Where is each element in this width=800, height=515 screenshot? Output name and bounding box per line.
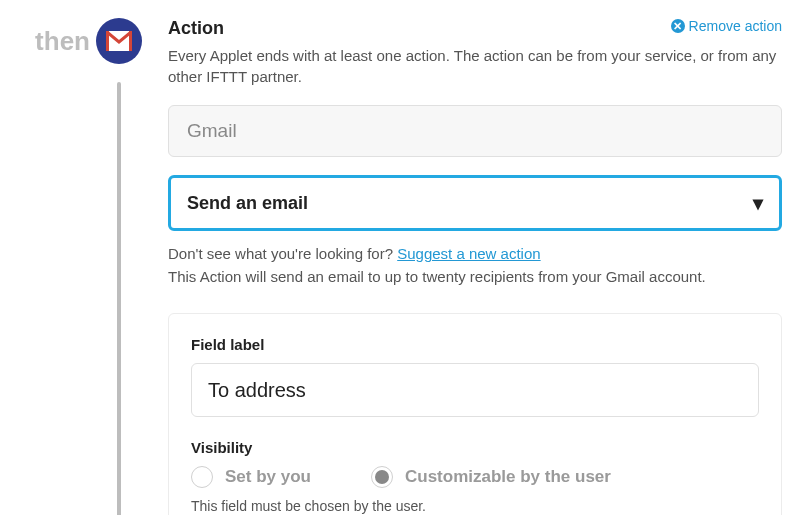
action-description: This Action will send an email to up to … (168, 268, 782, 285)
visibility-heading: Visibility (191, 439, 759, 456)
field-label-input[interactable] (191, 363, 759, 417)
radio-icon (191, 466, 213, 488)
chevron-down-icon: ▾ (753, 191, 763, 215)
suggest-row: Don't see what you're looking for? Sugge… (168, 245, 782, 262)
radio-icon (371, 466, 393, 488)
service-input[interactable] (168, 105, 782, 157)
radio-label: Set by you (225, 467, 311, 487)
section-header: Action ✕ Remove action (168, 18, 782, 39)
visibility-set-by-you[interactable]: Set by you (191, 466, 311, 488)
field-label-heading: Field label (191, 336, 759, 353)
gmail-icon (106, 31, 132, 51)
main-column: Action ✕ Remove action Every Applet ends… (150, 18, 800, 515)
action-select[interactable]: Send an email ▾ (168, 175, 782, 231)
field-card: Field label Visibility Set by you Custom… (168, 313, 782, 515)
radio-label: Customizable by the user (405, 467, 611, 487)
page-root: then Action ✕ Remove action Every Applet… (0, 0, 800, 515)
section-description: Every Applet ends with at least one acti… (168, 45, 782, 87)
visibility-help: This field must be chosen by the user. (191, 498, 759, 514)
suggest-action-link[interactable]: Suggest a new action (397, 245, 540, 262)
remove-action-link[interactable]: ✕ Remove action (671, 18, 782, 34)
svg-rect-1 (106, 31, 109, 51)
rail-row: then (35, 18, 142, 64)
suggest-prefix: Don't see what you're looking for? (168, 245, 397, 262)
action-select-value: Send an email (187, 193, 308, 214)
visibility-customizable[interactable]: Customizable by the user (371, 466, 611, 488)
step-label: then (35, 26, 90, 57)
service-badge[interactable] (96, 18, 142, 64)
step-rail: then (0, 18, 150, 64)
remove-action-label: Remove action (689, 18, 782, 34)
rail-line (117, 82, 121, 515)
visibility-radio-group: Set by you Customizable by the user (191, 466, 759, 488)
section-title: Action (168, 18, 224, 39)
svg-rect-2 (129, 31, 132, 51)
close-icon: ✕ (671, 19, 685, 33)
